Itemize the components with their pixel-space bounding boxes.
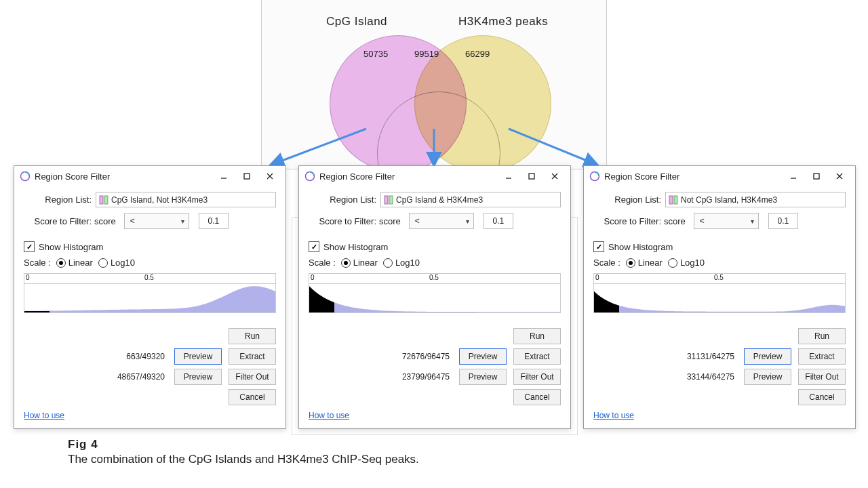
scale-log10-label: Log10 xyxy=(395,258,420,268)
scale-log10-radio[interactable] xyxy=(668,258,677,268)
region-list-field[interactable]: Not CpG Island, H3K4me3 xyxy=(665,192,846,207)
preview-filterout-button[interactable]: Preview xyxy=(459,369,507,385)
operator-combo[interactable]: < ▾ xyxy=(409,213,474,229)
filterout-count: 48657/49320 xyxy=(90,372,165,382)
svg-rect-19 xyxy=(814,174,819,179)
svg-rect-8 xyxy=(100,196,103,204)
extract-button[interactable]: Extract xyxy=(513,348,561,365)
scale-log10-radio[interactable] xyxy=(383,258,393,268)
show-histogram-checkbox[interactable] xyxy=(24,241,35,252)
run-button[interactable]: Run xyxy=(798,328,846,344)
region-score-filter-dialog: Region Score Filter Region List: CpG Isl… xyxy=(14,165,286,429)
show-histogram-checkbox[interactable] xyxy=(593,241,604,252)
threshold-input[interactable]: 0.1 xyxy=(484,213,513,229)
venn-label-b: H3K4me3 peaks xyxy=(458,15,548,28)
cancel-button[interactable]: Cancel xyxy=(229,389,276,405)
show-histogram-label: Show Histogram xyxy=(608,242,673,252)
minimize-button[interactable] xyxy=(212,169,235,184)
operator-value: < xyxy=(130,216,135,226)
filterout-button[interactable]: Filter Out xyxy=(229,369,276,385)
chevron-down-icon: ▾ xyxy=(751,218,754,225)
svg-rect-15 xyxy=(384,196,388,204)
window-title: Region Score Filter xyxy=(35,171,110,182)
show-histogram-checkbox[interactable] xyxy=(309,241,319,252)
chevron-down-icon: ▾ xyxy=(466,218,469,225)
run-button[interactable]: Run xyxy=(513,328,561,344)
scale-linear-label: Linear xyxy=(353,258,378,268)
svg-rect-5 xyxy=(244,174,250,179)
app-icon xyxy=(589,171,600,182)
scale-linear-radio[interactable] xyxy=(56,258,66,268)
svg-rect-12 xyxy=(529,174,534,179)
maximize-button[interactable] xyxy=(235,169,258,184)
scale-linear-radio[interactable] xyxy=(626,258,635,268)
how-to-use-link[interactable]: How to use xyxy=(593,411,634,420)
how-to-use-link[interactable]: How to use xyxy=(309,411,349,420)
maximize-button[interactable] xyxy=(520,169,543,184)
region-list-value: Not CpG Island, H3K4me3 xyxy=(681,195,777,205)
figure-caption-title: Fig 4 xyxy=(68,438,419,451)
operator-combo[interactable]: < ▾ xyxy=(124,213,189,229)
app-icon xyxy=(20,171,31,182)
axis-tick-0-5: 0.5 xyxy=(714,274,724,281)
operator-combo[interactable]: < ▾ xyxy=(694,213,759,229)
axis-tick-0-5: 0.5 xyxy=(144,274,154,281)
run-button[interactable]: Run xyxy=(229,328,276,344)
scale-log10-label: Log10 xyxy=(111,258,135,268)
preview-extract-button[interactable]: Preview xyxy=(459,348,507,365)
region-list-icon xyxy=(669,195,678,205)
minimize-button[interactable] xyxy=(497,169,520,184)
filterout-button[interactable]: Filter Out xyxy=(798,369,846,385)
figure-caption-text: The combination of the CpG Islands and H… xyxy=(68,453,419,466)
close-button[interactable] xyxy=(543,169,566,184)
svg-rect-23 xyxy=(674,196,677,204)
filterout-count: 23799/96475 xyxy=(375,372,450,382)
titlebar[interactable]: Region Score Filter xyxy=(299,166,570,186)
scale-linear-label: Linear xyxy=(68,258,93,268)
score-to-filter-label: Score to Filter: xyxy=(309,216,380,226)
filterout-count: 33144/64275 xyxy=(660,372,734,382)
region-list-field[interactable]: CpG Island & H3K4me3 xyxy=(380,192,561,207)
app-icon xyxy=(304,171,315,182)
close-button[interactable] xyxy=(828,169,851,184)
score-field-name: score xyxy=(379,216,401,226)
chevron-down-icon: ▾ xyxy=(181,218,184,225)
cancel-button[interactable]: Cancel xyxy=(798,389,846,405)
titlebar[interactable]: Region Score Filter xyxy=(584,166,855,186)
venn-count-b-only: 66299 xyxy=(465,49,490,59)
venn-count-ab: 99519 xyxy=(414,49,439,59)
region-score-filter-dialog: Region Score Filter Region List: Not CpG… xyxy=(583,165,856,429)
extract-button[interactable]: Extract xyxy=(798,348,846,365)
preview-extract-button[interactable]: Preview xyxy=(174,348,222,365)
minimize-button[interactable] xyxy=(782,169,805,184)
score-field-name: score xyxy=(664,216,686,226)
how-to-use-link[interactable]: How to use xyxy=(24,411,64,420)
venn-label-a: CpG Island xyxy=(326,15,387,28)
close-button[interactable] xyxy=(258,169,281,184)
titlebar[interactable]: Region Score Filter xyxy=(14,166,285,186)
figure-caption: Fig 4 The combination of the CpG Islands… xyxy=(68,438,419,466)
region-list-field[interactable]: CpG Island, Not H3K4me3 xyxy=(96,192,276,207)
cancel-button[interactable]: Cancel xyxy=(513,389,561,405)
maximize-button[interactable] xyxy=(805,169,828,184)
score-to-filter-label: Score to Filter: xyxy=(24,216,96,226)
region-list-value: CpG Island, Not H3K4me3 xyxy=(111,195,208,205)
show-histogram-label: Show Histogram xyxy=(39,242,103,252)
preview-filterout-button[interactable]: Preview xyxy=(744,369,791,385)
show-histogram-label: Show Histogram xyxy=(323,242,388,252)
histogram: 0 0.5 xyxy=(309,273,561,313)
threshold-input[interactable]: 0.1 xyxy=(768,213,798,229)
window-title: Region Score Filter xyxy=(604,171,679,182)
scale-linear-label: Linear xyxy=(638,258,663,268)
region-list-label: Region List: xyxy=(309,195,380,205)
scale-linear-radio[interactable] xyxy=(341,258,351,268)
extract-button[interactable]: Extract xyxy=(229,348,276,365)
venn-panel: CpG Island H3K4me3 peaks 50735 99519 662… xyxy=(261,0,607,169)
preview-filterout-button[interactable]: Preview xyxy=(174,369,222,385)
operator-value: < xyxy=(700,216,705,226)
filterout-button[interactable]: Filter Out xyxy=(513,369,561,385)
extract-count: 31131/64275 xyxy=(660,352,734,361)
scale-log10-radio[interactable] xyxy=(98,258,108,268)
threshold-input[interactable]: 0.1 xyxy=(199,213,229,229)
preview-extract-button[interactable]: Preview xyxy=(744,348,791,365)
